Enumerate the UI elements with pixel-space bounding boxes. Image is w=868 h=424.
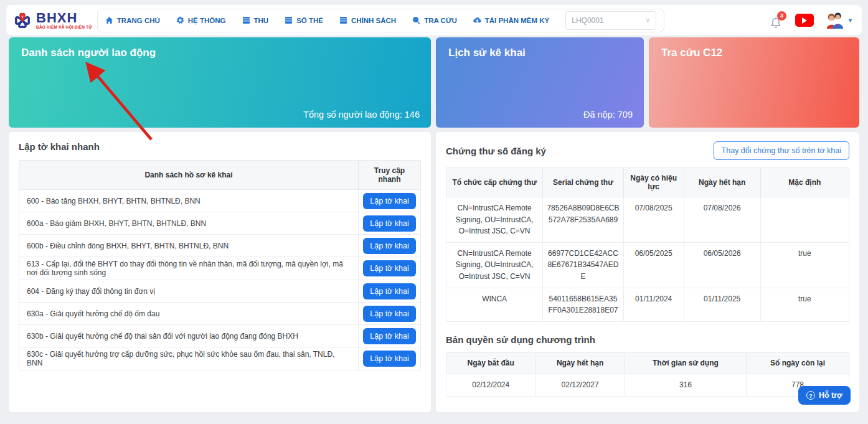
table-cell: Lập tờ khai <box>359 190 421 212</box>
column-header: Ngày hết hạn <box>535 352 625 373</box>
caret-down-icon: ▼ <box>847 17 853 24</box>
nav-item-download-signer[interactable]: TẢI PHẦN MỀM KÝ <box>473 16 550 24</box>
table-cell: 600 - Báo tăng BHXH, BHYT, BHTN, BHTNLĐ,… <box>19 190 359 212</box>
table-row: 630c - Giải quyết hưởng trợ cấp dưỡng sứ… <box>19 347 421 370</box>
history-card-title: Lịch sử kê khai <box>448 47 631 59</box>
collection-icon <box>339 16 347 24</box>
table-cell: 54011658B615EA35FF0A301E28818E07 <box>543 288 623 321</box>
table-row: 630a - Giải quyết hưởng chế độ ốm đauLập… <box>19 303 421 325</box>
quick-declare-title: Lập tờ khai nhanh <box>19 141 421 152</box>
search-icon <box>412 16 420 24</box>
column-header: Ngày có hiệu lực <box>623 168 684 197</box>
table-row: CN=IntrustCA Remote Signing, OU=IntrustC… <box>446 242 849 288</box>
certificates-title: Chứng thư số đăng ký <box>446 146 546 156</box>
c12-card-title: Tra cứu C12 <box>661 47 847 59</box>
column-header: Serial chứng thư <box>543 168 623 197</box>
table-row: 02/12/202402/12/2027316778 <box>446 373 849 397</box>
license-title: Bản quyền sử dụng chương trình <box>446 334 849 345</box>
create-declaration-button[interactable]: Lập tờ khai <box>363 328 415 344</box>
create-declaration-button[interactable]: Lập tờ khai <box>363 260 415 276</box>
nav-item-sothe[interactable]: SỐ THẺ <box>285 16 323 24</box>
table-cell: 01/11/2024 <box>623 288 684 321</box>
create-declaration-button[interactable]: Lập tờ khai <box>363 193 415 209</box>
table-cell: 316 <box>625 373 746 397</box>
nav-item-thu[interactable]: THU <box>242 16 269 24</box>
app-logo[interactable]: BHXH BẢO HIỂM XÃ HỘI ĐIỆN TỬ <box>11 9 92 32</box>
table-cell: 02/12/2024 <box>446 373 535 397</box>
certificates-panel: Chứng thư số đăng ký Thay đổi chứng thư … <box>436 132 859 412</box>
notifications-button[interactable]: 3 <box>770 12 785 29</box>
notification-badge: 3 <box>777 11 786 21</box>
logo-title: BHXH <box>36 11 92 25</box>
table-row: WINCA54011658B615EA35FF0A301E28818E0701/… <box>446 288 849 321</box>
table-cell: 02/12/2027 <box>535 373 625 397</box>
create-declaration-button[interactable]: Lập tờ khai <box>363 215 415 232</box>
table-cell: CN=IntrustCA Remote Signing, OU=IntrustC… <box>446 197 543 243</box>
table-cell: 06/05/2025 <box>623 242 684 288</box>
nav-item-home[interactable]: TRANG CHỦ <box>105 16 160 24</box>
column-header: Mặc định <box>760 168 849 197</box>
table-cell: 600b - Điều chỉnh đóng BHXH, BHYT, BHTN,… <box>19 235 359 257</box>
gear-icon <box>176 16 184 24</box>
employees-card[interactable]: Danh sách người lao động Tổng số người l… <box>9 37 431 128</box>
table-cell: Lập tờ khai <box>359 325 421 347</box>
table-row: 613 - Cấp lại, đổi thẻ BHYT do thay đổi … <box>19 257 421 280</box>
change-certificate-button[interactable]: Thay đổi chứng thư số trên tờ khai <box>714 141 849 160</box>
table-cell: 630c - Giải quyết hưởng trợ cấp dưỡng sứ… <box>19 347 359 370</box>
table-row: 600 - Báo tăng BHXH, BHYT, BHTN, BHTNLĐ,… <box>19 190 421 212</box>
table-cell: 06/05/2026 <box>684 242 760 288</box>
create-declaration-button[interactable]: Lập tờ khai <box>363 283 415 299</box>
nav-item-chinhsach[interactable]: CHÍNH SÁCH <box>339 16 396 24</box>
nav-item-system[interactable]: HỆ THỐNG <box>176 16 226 24</box>
c12-lookup-card[interactable]: Tra cứu C12 <box>649 37 859 128</box>
bhxh-logo-icon <box>11 9 34 32</box>
certificates-table: Tổ chức cấp chứng thư Serial chứng thư N… <box>446 167 849 322</box>
nav-item-tracuu[interactable]: TRA CỨU <box>412 16 457 24</box>
table-row: 604 - Đăng ký thay đổi thông tin đơn vịL… <box>19 280 421 303</box>
table-cell: 604 - Đăng ký thay đổi thông tin đơn vị <box>19 280 359 303</box>
quick-declare-panel: Lập tờ khai nhanh Danh sách hồ sơ kê kha… <box>9 132 431 412</box>
employees-card-stat: Tổng số người lao động: 146 <box>303 110 420 120</box>
column-header: Ngày hết hạn <box>684 168 760 197</box>
create-declaration-button[interactable]: Lập tờ khai <box>363 238 415 254</box>
support-button-label: Hỗ trợ <box>819 391 842 400</box>
table-row: 630b - Giải quyết hưởng chế độ thai sản … <box>19 325 421 347</box>
logo-subtitle: BẢO HIỂM XÃ HỘI ĐIỆN TỬ <box>36 26 92 30</box>
youtube-button[interactable] <box>795 14 814 27</box>
table-cell: Lập tờ khai <box>359 303 421 325</box>
table-cell: Lập tờ khai <box>359 212 421 235</box>
cloud-download-icon <box>473 16 481 24</box>
license-table: Ngày bắt đầu Ngày hết hạn Thời gian sử d… <box>446 352 849 397</box>
table-cell: 613 - Cấp lại, đổi thẻ BHYT do thay đổi … <box>19 257 359 280</box>
table-cell: 630b - Giải quyết hưởng chế độ thai sản … <box>19 325 359 347</box>
column-header: Số ngày còn lại <box>747 352 849 373</box>
table-cell: CN=IntrustCA Remote Signing, OU=IntrustC… <box>446 242 543 288</box>
table-cell: 66977CD1CE42ACC8E67671B34547AEDE <box>543 242 623 288</box>
create-declaration-button[interactable]: Lập tờ khai <box>363 306 415 322</box>
table-cell: Lập tờ khai <box>359 257 421 280</box>
quick-declare-table: Danh sách hồ sơ kê khai Truy cập nhanh 6… <box>19 160 421 370</box>
unit-code-value: LHQ0001 <box>572 16 603 25</box>
history-card[interactable]: Lịch sử kê khai Đã nộp: 709 <box>436 37 644 128</box>
user-account-menu[interactable]: ▼ <box>824 11 853 30</box>
create-declaration-button[interactable]: Lập tờ khai <box>363 351 415 367</box>
table-cell: Lập tờ khai <box>359 235 421 257</box>
table-cell: true <box>760 242 849 288</box>
table-cell <box>760 197 849 243</box>
table-cell: 78526A8B09D8E6CB572A78F2535AA689 <box>543 197 623 243</box>
support-button[interactable]: ? Hỗ trợ <box>798 386 851 405</box>
table-row: 600b - Điều chỉnh đóng BHXH, BHYT, BHTN,… <box>19 235 421 257</box>
table-cell: 600a - Báo giảm BHXH, BHYT, BHTN, BHTNLĐ… <box>19 212 359 235</box>
collection-icon <box>242 16 250 24</box>
collection-icon <box>285 16 293 24</box>
unit-code-select[interactable]: LHQ0001 ∨ <box>565 11 656 30</box>
question-icon: ? <box>806 391 815 400</box>
table-cell: 01/11/2025 <box>684 288 760 321</box>
table-cell: 07/08/2026 <box>684 197 760 243</box>
avatar <box>824 11 844 30</box>
column-header: Truy cập nhanh <box>359 161 421 190</box>
table-row: 600a - Báo giảm BHXH, BHYT, BHTN, BHTNLĐ… <box>19 212 421 235</box>
table-row: CN=IntrustCA Remote Signing, OU=IntrustC… <box>446 197 849 243</box>
chevron-down-icon: ∨ <box>645 16 650 24</box>
table-cell: Lập tờ khai <box>359 347 421 370</box>
